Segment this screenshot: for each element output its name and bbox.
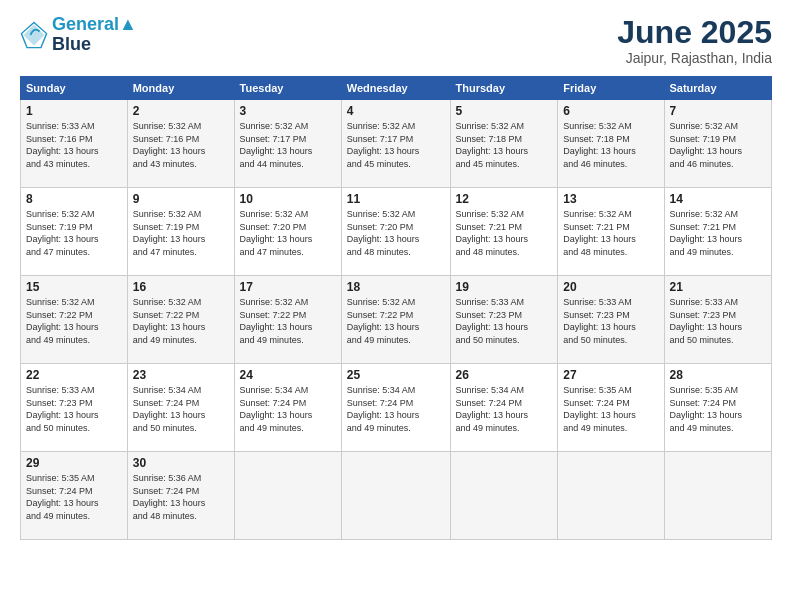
day-number: 21 bbox=[670, 280, 767, 294]
month-title: June 2025 bbox=[617, 15, 772, 50]
day-cell bbox=[234, 452, 341, 540]
week-row-2: 8Sunrise: 5:32 AM Sunset: 7:19 PM Daylig… bbox=[21, 188, 772, 276]
day-info: Sunrise: 5:32 AM Sunset: 7:16 PM Dayligh… bbox=[133, 120, 229, 170]
day-info: Sunrise: 5:34 AM Sunset: 7:24 PM Dayligh… bbox=[133, 384, 229, 434]
day-cell: 11Sunrise: 5:32 AM Sunset: 7:20 PM Dayli… bbox=[341, 188, 450, 276]
day-info: Sunrise: 5:35 AM Sunset: 7:24 PM Dayligh… bbox=[26, 472, 122, 522]
day-number: 26 bbox=[456, 368, 553, 382]
day-cell: 1Sunrise: 5:33 AM Sunset: 7:16 PM Daylig… bbox=[21, 100, 128, 188]
day-cell: 12Sunrise: 5:32 AM Sunset: 7:21 PM Dayli… bbox=[450, 188, 558, 276]
day-info: Sunrise: 5:32 AM Sunset: 7:17 PM Dayligh… bbox=[347, 120, 445, 170]
day-number: 5 bbox=[456, 104, 553, 118]
day-number: 3 bbox=[240, 104, 336, 118]
day-cell bbox=[341, 452, 450, 540]
day-cell: 16Sunrise: 5:32 AM Sunset: 7:22 PM Dayli… bbox=[127, 276, 234, 364]
day-cell: 25Sunrise: 5:34 AM Sunset: 7:24 PM Dayli… bbox=[341, 364, 450, 452]
logo: General▲ Blue bbox=[20, 15, 137, 55]
day-cell: 13Sunrise: 5:32 AM Sunset: 7:21 PM Dayli… bbox=[558, 188, 664, 276]
day-info: Sunrise: 5:32 AM Sunset: 7:17 PM Dayligh… bbox=[240, 120, 336, 170]
day-info: Sunrise: 5:34 AM Sunset: 7:24 PM Dayligh… bbox=[347, 384, 445, 434]
svg-marker-0 bbox=[24, 24, 45, 45]
day-number: 22 bbox=[26, 368, 122, 382]
day-number: 8 bbox=[26, 192, 122, 206]
day-number: 24 bbox=[240, 368, 336, 382]
header-monday: Monday bbox=[127, 77, 234, 100]
day-number: 23 bbox=[133, 368, 229, 382]
day-cell: 21Sunrise: 5:33 AM Sunset: 7:23 PM Dayli… bbox=[664, 276, 772, 364]
header: General▲ Blue June 2025 Jaipur, Rajastha… bbox=[20, 15, 772, 66]
day-number: 28 bbox=[670, 368, 767, 382]
day-cell: 27Sunrise: 5:35 AM Sunset: 7:24 PM Dayli… bbox=[558, 364, 664, 452]
header-tuesday: Tuesday bbox=[234, 77, 341, 100]
day-cell: 22Sunrise: 5:33 AM Sunset: 7:23 PM Dayli… bbox=[21, 364, 128, 452]
day-cell: 7Sunrise: 5:32 AM Sunset: 7:19 PM Daylig… bbox=[664, 100, 772, 188]
day-cell: 6Sunrise: 5:32 AM Sunset: 7:18 PM Daylig… bbox=[558, 100, 664, 188]
day-info: Sunrise: 5:35 AM Sunset: 7:24 PM Dayligh… bbox=[563, 384, 658, 434]
day-info: Sunrise: 5:32 AM Sunset: 7:22 PM Dayligh… bbox=[240, 296, 336, 346]
day-info: Sunrise: 5:32 AM Sunset: 7:22 PM Dayligh… bbox=[26, 296, 122, 346]
day-number: 10 bbox=[240, 192, 336, 206]
day-number: 2 bbox=[133, 104, 229, 118]
header-wednesday: Wednesday bbox=[341, 77, 450, 100]
day-number: 27 bbox=[563, 368, 658, 382]
day-info: Sunrise: 5:34 AM Sunset: 7:24 PM Dayligh… bbox=[240, 384, 336, 434]
day-info: Sunrise: 5:32 AM Sunset: 7:19 PM Dayligh… bbox=[26, 208, 122, 258]
week-row-3: 15Sunrise: 5:32 AM Sunset: 7:22 PM Dayli… bbox=[21, 276, 772, 364]
header-sunday: Sunday bbox=[21, 77, 128, 100]
day-number: 12 bbox=[456, 192, 553, 206]
week-row-5: 29Sunrise: 5:35 AM Sunset: 7:24 PM Dayli… bbox=[21, 452, 772, 540]
day-cell bbox=[664, 452, 772, 540]
day-number: 25 bbox=[347, 368, 445, 382]
day-info: Sunrise: 5:33 AM Sunset: 7:23 PM Dayligh… bbox=[563, 296, 658, 346]
day-cell: 20Sunrise: 5:33 AM Sunset: 7:23 PM Dayli… bbox=[558, 276, 664, 364]
day-info: Sunrise: 5:32 AM Sunset: 7:21 PM Dayligh… bbox=[456, 208, 553, 258]
day-cell: 18Sunrise: 5:32 AM Sunset: 7:22 PM Dayli… bbox=[341, 276, 450, 364]
day-number: 15 bbox=[26, 280, 122, 294]
day-number: 16 bbox=[133, 280, 229, 294]
day-cell: 26Sunrise: 5:34 AM Sunset: 7:24 PM Dayli… bbox=[450, 364, 558, 452]
header-saturday: Saturday bbox=[664, 77, 772, 100]
day-number: 14 bbox=[670, 192, 767, 206]
day-number: 9 bbox=[133, 192, 229, 206]
day-number: 17 bbox=[240, 280, 336, 294]
day-cell: 14Sunrise: 5:32 AM Sunset: 7:21 PM Dayli… bbox=[664, 188, 772, 276]
logo-blue: Blue bbox=[52, 35, 137, 55]
day-info: Sunrise: 5:33 AM Sunset: 7:23 PM Dayligh… bbox=[456, 296, 553, 346]
day-info: Sunrise: 5:32 AM Sunset: 7:20 PM Dayligh… bbox=[240, 208, 336, 258]
day-info: Sunrise: 5:32 AM Sunset: 7:22 PM Dayligh… bbox=[133, 296, 229, 346]
day-info: Sunrise: 5:33 AM Sunset: 7:23 PM Dayligh… bbox=[26, 384, 122, 434]
day-cell: 30Sunrise: 5:36 AM Sunset: 7:24 PM Dayli… bbox=[127, 452, 234, 540]
day-info: Sunrise: 5:34 AM Sunset: 7:24 PM Dayligh… bbox=[456, 384, 553, 434]
day-info: Sunrise: 5:33 AM Sunset: 7:23 PM Dayligh… bbox=[670, 296, 767, 346]
day-cell: 23Sunrise: 5:34 AM Sunset: 7:24 PM Dayli… bbox=[127, 364, 234, 452]
day-info: Sunrise: 5:33 AM Sunset: 7:16 PM Dayligh… bbox=[26, 120, 122, 170]
day-number: 6 bbox=[563, 104, 658, 118]
header-thursday: Thursday bbox=[450, 77, 558, 100]
logo-general: General bbox=[52, 14, 119, 34]
day-info: Sunrise: 5:32 AM Sunset: 7:19 PM Dayligh… bbox=[133, 208, 229, 258]
day-cell: 2Sunrise: 5:32 AM Sunset: 7:16 PM Daylig… bbox=[127, 100, 234, 188]
day-number: 30 bbox=[133, 456, 229, 470]
day-cell: 17Sunrise: 5:32 AM Sunset: 7:22 PM Dayli… bbox=[234, 276, 341, 364]
title-section: June 2025 Jaipur, Rajasthan, India bbox=[617, 15, 772, 66]
day-info: Sunrise: 5:32 AM Sunset: 7:19 PM Dayligh… bbox=[670, 120, 767, 170]
day-number: 7 bbox=[670, 104, 767, 118]
logo-icon bbox=[20, 21, 48, 49]
day-info: Sunrise: 5:32 AM Sunset: 7:21 PM Dayligh… bbox=[670, 208, 767, 258]
day-cell: 15Sunrise: 5:32 AM Sunset: 7:22 PM Dayli… bbox=[21, 276, 128, 364]
day-cell: 5Sunrise: 5:32 AM Sunset: 7:18 PM Daylig… bbox=[450, 100, 558, 188]
day-number: 4 bbox=[347, 104, 445, 118]
day-cell bbox=[450, 452, 558, 540]
location: Jaipur, Rajasthan, India bbox=[617, 50, 772, 66]
day-info: Sunrise: 5:36 AM Sunset: 7:24 PM Dayligh… bbox=[133, 472, 229, 522]
day-cell: 28Sunrise: 5:35 AM Sunset: 7:24 PM Dayli… bbox=[664, 364, 772, 452]
day-cell: 4Sunrise: 5:32 AM Sunset: 7:17 PM Daylig… bbox=[341, 100, 450, 188]
day-cell: 19Sunrise: 5:33 AM Sunset: 7:23 PM Dayli… bbox=[450, 276, 558, 364]
week-row-1: 1Sunrise: 5:33 AM Sunset: 7:16 PM Daylig… bbox=[21, 100, 772, 188]
day-info: Sunrise: 5:32 AM Sunset: 7:18 PM Dayligh… bbox=[456, 120, 553, 170]
day-number: 29 bbox=[26, 456, 122, 470]
day-number: 13 bbox=[563, 192, 658, 206]
day-cell: 10Sunrise: 5:32 AM Sunset: 7:20 PM Dayli… bbox=[234, 188, 341, 276]
day-number: 19 bbox=[456, 280, 553, 294]
day-number: 1 bbox=[26, 104, 122, 118]
